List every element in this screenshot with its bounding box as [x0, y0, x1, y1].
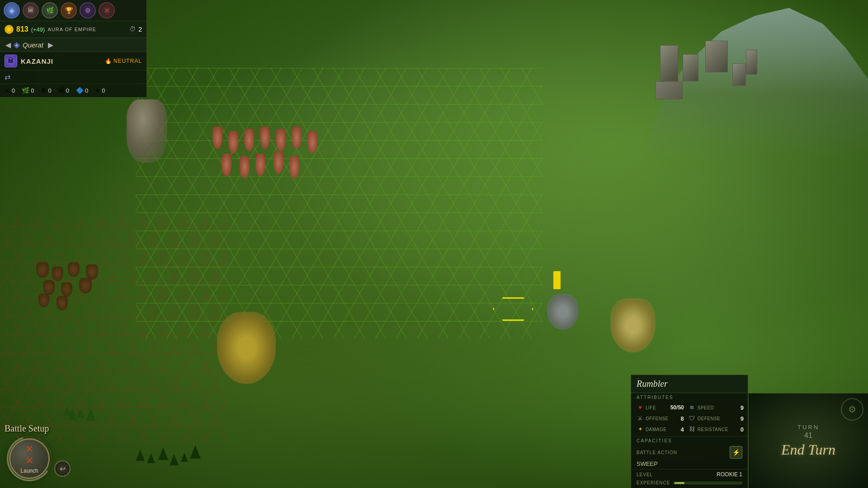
experience-bar-fill: [674, 482, 684, 484]
unit-name-bar: Rumbler: [631, 375, 748, 393]
battle-action-row: BATTLE ACTION ⚡: [631, 444, 748, 460]
battle-setup-label: Battle Setup: [5, 423, 49, 434]
resource-science: ⚙ 0: [41, 87, 51, 94]
resistance-attr: ⛓ RESISTANCE 0: [687, 424, 745, 434]
sword-icon: ⚔: [5, 87, 10, 94]
defense-attr: 🛡 DEFENSE 9: [687, 413, 745, 423]
damage-label: DAMAGE: [646, 427, 669, 432]
faction-icon-3[interactable]: 🌿: [42, 2, 58, 19]
flame-icon: 🔥: [105, 58, 112, 65]
influence-icon: 🔷: [76, 87, 84, 94]
science-icon: ⚙: [41, 87, 47, 94]
city-subtitle: Querat: [23, 41, 43, 49]
dust-value: 0: [102, 87, 105, 94]
resource-culture: 🏛 0: [58, 87, 69, 94]
culture-icon: 🏛: [58, 87, 65, 94]
resource-food: 🌿 0: [22, 87, 34, 94]
life-label: LIFE: [646, 405, 669, 410]
city-sub-icon-row: ⇄: [0, 70, 146, 84]
large-golem-creature: [127, 99, 167, 163]
clock-icon: ⏱: [129, 26, 136, 33]
nav-right-arrow[interactable]: ▶: [45, 41, 56, 49]
experience-row: EXPERIENCE: [631, 479, 748, 488]
sweep-icon: ⚡: [730, 446, 742, 459]
gold-icon: [5, 25, 14, 34]
faction-icon-2[interactable]: 🏛: [23, 2, 39, 19]
end-turn-button-label: End Turn: [781, 441, 835, 458]
life-value: 50/50: [670, 404, 684, 411]
unit-name: Rumbler: [637, 379, 668, 389]
influence-value: 0: [85, 87, 88, 94]
attributes-section-label: ATTRIBUTES: [631, 393, 748, 401]
level-row: LEVEL ROOKIE 1: [631, 469, 748, 479]
top-left-hud: ◈ 🏛 🌿 🏆 ⚙ ✕ 813 (+49) AURA OF EMPIRE ⏱ 2…: [0, 0, 147, 98]
city-page-icon: ◈: [14, 40, 20, 50]
right-creature-1: [610, 298, 656, 352]
resource-dust: ✦ 0: [95, 87, 105, 94]
speed-icon: ≋: [689, 404, 696, 411]
end-turn-panel[interactable]: ⚙ TURN 41 End Turn: [748, 393, 868, 488]
battle-action-label: BATTLE ACTION: [637, 450, 677, 455]
gear-decoration: ⚙: [841, 398, 863, 421]
large-creature-center: [217, 312, 276, 384]
life-attr: ♥ LIFE 50/50: [635, 403, 686, 413]
gold-amount: 813: [16, 25, 28, 33]
science-value: 0: [48, 87, 51, 94]
speed-label: SPEED: [698, 405, 728, 410]
industry-value: 0: [12, 87, 15, 94]
defense-label: DEFENSE: [698, 416, 728, 421]
faction-icon-4[interactable]: 🏆: [61, 2, 77, 19]
level-label: LEVEL: [637, 472, 717, 477]
turn-number: 41: [804, 432, 812, 440]
swap-icon: ⇄: [5, 73, 10, 81]
resistance-value: 0: [730, 426, 744, 433]
faction-icon-5[interactable]: ⚙: [80, 2, 96, 19]
neutral-badge: 🔥 NEUTRAL: [105, 58, 142, 65]
yellow-flag: [553, 271, 561, 289]
city-info-row: KAZANJI 🔥 NEUTRAL: [0, 52, 146, 70]
faction-icon-1[interactable]: ◈: [4, 2, 20, 19]
launch-x-icon: ✕: [25, 455, 33, 467]
defense-icon: 🛡: [689, 415, 696, 422]
experience-label: EXPERIENCE: [637, 480, 670, 485]
life-current: 50: [670, 404, 676, 411]
life-max: 50: [678, 404, 684, 411]
damage-attr: ✦ DAMAGE 4: [635, 424, 686, 434]
bear-creature: [547, 294, 579, 330]
close-hud-button[interactable]: ✕: [99, 2, 115, 19]
launch-label-text: Launch: [20, 468, 38, 474]
launch-button-area: ✕ Launch ↩: [9, 438, 71, 479]
unit-info-panel: Rumbler ATTRIBUTES ♥ LIFE 50/50 ≋ SPEED …: [631, 375, 748, 488]
food-value: 0: [31, 87, 34, 94]
damage-icon: ✦: [637, 426, 644, 433]
nav-left-arrow[interactable]: ◀: [3, 41, 14, 49]
stone-ruins: [642, 36, 778, 163]
city-header: ◀ ◈ Querat ▶: [0, 38, 146, 52]
resistance-icon: ⛓: [689, 426, 696, 433]
city-name: KAZANJI: [21, 57, 53, 65]
launch-button[interactable]: ✕ Launch: [9, 438, 50, 479]
undo-button[interactable]: ↩: [54, 460, 71, 477]
attributes-grid: ♥ LIFE 50/50 ≋ SPEED 9 ⚔ OFFENSE 8 🛡 DEF…: [631, 401, 748, 436]
sweep-label: SWEEP: [631, 460, 748, 469]
turn-count-small: 2: [138, 26, 142, 33]
player-units-group: [203, 127, 362, 217]
launch-area-container: ✕ Launch: [9, 438, 50, 479]
defense-value: 9: [730, 415, 744, 422]
offense-icon: ⚔: [637, 415, 644, 422]
neutral-label: NEUTRAL: [113, 58, 142, 64]
turn-label: TURN: [797, 424, 819, 431]
speed-value: 9: [730, 404, 744, 411]
city-building-icon: [5, 55, 17, 67]
offense-value: 8: [670, 415, 684, 422]
food-icon: 🌿: [22, 87, 29, 94]
offense-attr: ⚔ OFFENSE 8: [635, 413, 686, 423]
dust-icon: ✦: [95, 87, 100, 94]
damage-value: 4: [670, 426, 684, 433]
capacities-label: CAPACITIES: [631, 436, 748, 444]
enemy-units-group: [36, 262, 127, 316]
faction-icon-bar: ◈ 🏛 🌿 🏆 ⚙ ✕: [0, 0, 146, 21]
experience-bar: [674, 482, 742, 484]
resistance-label: RESISTANCE: [698, 427, 728, 432]
resource-icons-row: ⚔ 0 🌿 0 ⚙ 0 🏛 0 🔷 0 ✦ 0: [0, 84, 146, 97]
